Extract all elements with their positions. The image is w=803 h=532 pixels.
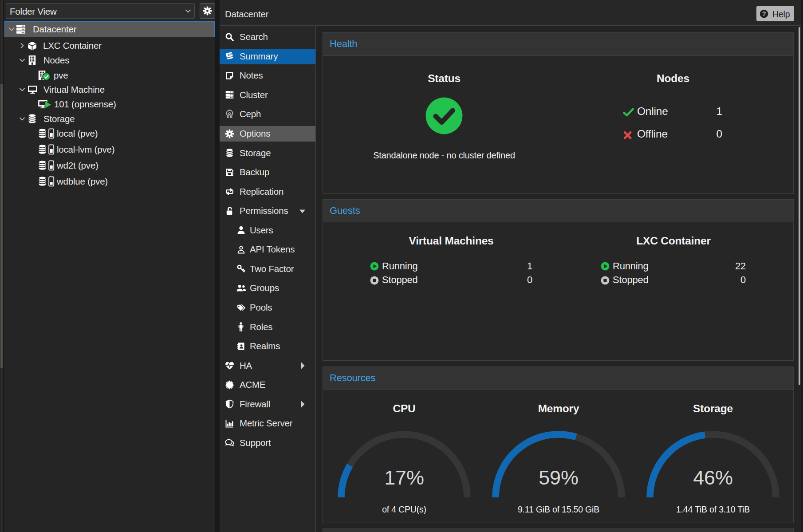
svg-text:?: ? [762,10,766,17]
